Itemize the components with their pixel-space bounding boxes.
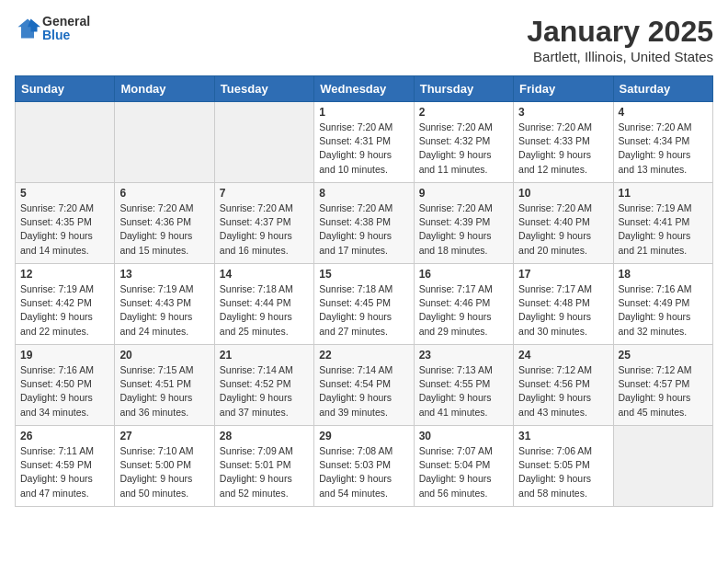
day-info: Sunrise: 7:11 AMSunset: 4:59 PMDaylight:… <box>20 444 109 500</box>
day-info: Sunrise: 7:18 AMSunset: 4:45 PMDaylight:… <box>319 282 408 339</box>
day-number: 12 <box>20 268 109 281</box>
day-info: Sunrise: 7:20 AMSunset: 4:39 PMDaylight:… <box>419 201 508 258</box>
calendar-cell: 28Sunrise: 7:09 AMSunset: 5:01 PMDayligh… <box>214 426 313 507</box>
calendar-cell: 25Sunrise: 7:12 AMSunset: 4:57 PMDayligh… <box>613 345 712 426</box>
calendar-cell <box>214 102 313 183</box>
day-number: 4 <box>619 106 708 119</box>
calendar-cell: 23Sunrise: 7:13 AMSunset: 4:55 PMDayligh… <box>414 345 513 426</box>
calendar-week-row: 12Sunrise: 7:19 AMSunset: 4:42 PMDayligh… <box>16 264 713 345</box>
calendar-cell: 26Sunrise: 7:11 AMSunset: 4:59 PMDayligh… <box>16 426 115 507</box>
weekday-header: Thursday <box>414 76 513 102</box>
day-info: Sunrise: 7:13 AMSunset: 4:55 PMDaylight:… <box>419 363 508 419</box>
day-info: Sunrise: 7:07 AMSunset: 5:04 PMDaylight:… <box>419 444 508 500</box>
day-number: 19 <box>20 349 109 362</box>
calendar-cell: 19Sunrise: 7:16 AMSunset: 4:50 PMDayligh… <box>16 345 115 426</box>
day-info: Sunrise: 7:18 AMSunset: 4:44 PMDaylight:… <box>220 282 309 339</box>
day-info: Sunrise: 7:16 AMSunset: 4:50 PMDaylight:… <box>20 363 109 419</box>
day-info: Sunrise: 7:17 AMSunset: 4:48 PMDaylight:… <box>518 282 608 339</box>
day-number: 2 <box>419 106 508 119</box>
day-number: 23 <box>419 349 508 362</box>
day-number: 9 <box>419 187 508 200</box>
day-number: 8 <box>319 187 408 200</box>
day-number: 11 <box>619 187 708 200</box>
calendar-week-row: 19Sunrise: 7:16 AMSunset: 4:50 PMDayligh… <box>16 345 713 426</box>
day-number: 27 <box>119 430 209 442</box>
day-number: 25 <box>619 349 708 362</box>
day-number: 6 <box>119 187 209 200</box>
calendar-cell: 24Sunrise: 7:12 AMSunset: 4:56 PMDayligh… <box>514 345 613 426</box>
logo: General Blue <box>15 15 90 43</box>
calendar-week-row: 5Sunrise: 7:20 AMSunset: 4:35 PMDaylight… <box>16 183 713 264</box>
logo-text: General Blue <box>42 15 90 43</box>
page-header: General Blue January 2025 Bartlett, Illi… <box>15 15 713 64</box>
day-info: Sunrise: 7:06 AMSunset: 5:05 PMDaylight:… <box>518 444 608 500</box>
calendar-cell <box>613 426 712 507</box>
weekday-header-row: SundayMondayTuesdayWednesdayThursdayFrid… <box>16 76 713 102</box>
day-number: 20 <box>119 349 209 362</box>
calendar-cell: 20Sunrise: 7:15 AMSunset: 4:51 PMDayligh… <box>115 345 214 426</box>
day-info: Sunrise: 7:09 AMSunset: 5:01 PMDaylight:… <box>220 444 309 500</box>
day-info: Sunrise: 7:20 AMSunset: 4:38 PMDaylight:… <box>319 201 408 258</box>
day-info: Sunrise: 7:20 AMSunset: 4:34 PMDaylight:… <box>619 121 708 177</box>
weekday-header: Monday <box>115 76 214 102</box>
day-info: Sunrise: 7:19 AMSunset: 4:41 PMDaylight:… <box>619 201 708 258</box>
calendar-week-row: 1Sunrise: 7:20 AMSunset: 4:31 PMDaylight… <box>16 102 713 183</box>
day-info: Sunrise: 7:15 AMSunset: 4:51 PMDaylight:… <box>119 363 209 419</box>
title-block: January 2025 Bartlett, Illinois, United … <box>527 15 713 64</box>
calendar-cell: 1Sunrise: 7:20 AMSunset: 4:31 PMDaylight… <box>314 102 414 183</box>
day-info: Sunrise: 7:19 AMSunset: 4:43 PMDaylight:… <box>119 282 209 339</box>
day-number: 16 <box>419 268 508 281</box>
calendar-cell: 16Sunrise: 7:17 AMSunset: 4:46 PMDayligh… <box>414 264 513 345</box>
calendar-cell: 10Sunrise: 7:20 AMSunset: 4:40 PMDayligh… <box>514 183 613 264</box>
calendar-cell: 7Sunrise: 7:20 AMSunset: 4:37 PMDaylight… <box>214 183 313 264</box>
day-number: 18 <box>619 268 708 281</box>
calendar-cell: 17Sunrise: 7:17 AMSunset: 4:48 PMDayligh… <box>514 264 613 345</box>
weekday-header: Tuesday <box>214 76 313 102</box>
day-info: Sunrise: 7:14 AMSunset: 4:52 PMDaylight:… <box>220 363 309 419</box>
logo-general: General <box>42 15 90 29</box>
calendar-cell: 8Sunrise: 7:20 AMSunset: 4:38 PMDaylight… <box>314 183 414 264</box>
weekday-header: Saturday <box>613 76 712 102</box>
calendar-cell: 18Sunrise: 7:16 AMSunset: 4:49 PMDayligh… <box>613 264 712 345</box>
day-number: 26 <box>20 430 109 442</box>
day-info: Sunrise: 7:12 AMSunset: 4:56 PMDaylight:… <box>518 363 608 419</box>
day-number: 30 <box>419 430 508 442</box>
day-number: 17 <box>518 268 608 281</box>
weekday-header: Sunday <box>16 76 115 102</box>
calendar-cell: 31Sunrise: 7:06 AMSunset: 5:05 PMDayligh… <box>514 426 613 507</box>
day-info: Sunrise: 7:10 AMSunset: 5:00 PMDaylight:… <box>119 444 209 500</box>
day-info: Sunrise: 7:20 AMSunset: 4:36 PMDaylight:… <box>119 201 209 258</box>
calendar-cell: 6Sunrise: 7:20 AMSunset: 4:36 PMDaylight… <box>115 183 214 264</box>
calendar-cell: 30Sunrise: 7:07 AMSunset: 5:04 PMDayligh… <box>414 426 513 507</box>
day-info: Sunrise: 7:17 AMSunset: 4:46 PMDaylight:… <box>419 282 508 339</box>
weekday-header: Wednesday <box>314 76 414 102</box>
day-number: 24 <box>518 349 608 362</box>
day-number: 21 <box>220 349 309 362</box>
day-info: Sunrise: 7:20 AMSunset: 4:31 PMDaylight:… <box>319 121 408 177</box>
day-info: Sunrise: 7:20 AMSunset: 4:37 PMDaylight:… <box>220 201 309 258</box>
day-number: 13 <box>119 268 209 281</box>
day-info: Sunrise: 7:12 AMSunset: 4:57 PMDaylight:… <box>619 363 708 419</box>
day-info: Sunrise: 7:20 AMSunset: 4:32 PMDaylight:… <box>419 121 508 177</box>
day-number: 29 <box>319 430 408 442</box>
calendar-cell: 22Sunrise: 7:14 AMSunset: 4:54 PMDayligh… <box>314 345 414 426</box>
calendar-cell: 13Sunrise: 7:19 AMSunset: 4:43 PMDayligh… <box>115 264 214 345</box>
day-info: Sunrise: 7:16 AMSunset: 4:49 PMDaylight:… <box>619 282 708 339</box>
day-number: 10 <box>518 187 608 200</box>
calendar-table: SundayMondayTuesdayWednesdayThursdayFrid… <box>15 75 713 507</box>
calendar-cell: 12Sunrise: 7:19 AMSunset: 4:42 PMDayligh… <box>16 264 115 345</box>
calendar-cell: 2Sunrise: 7:20 AMSunset: 4:32 PMDaylight… <box>414 102 513 183</box>
calendar-cell: 5Sunrise: 7:20 AMSunset: 4:35 PMDaylight… <box>16 183 115 264</box>
day-info: Sunrise: 7:20 AMSunset: 4:40 PMDaylight:… <box>518 201 608 258</box>
day-number: 1 <box>319 106 408 119</box>
calendar-cell: 29Sunrise: 7:08 AMSunset: 5:03 PMDayligh… <box>314 426 414 507</box>
day-number: 15 <box>319 268 408 281</box>
calendar-cell: 9Sunrise: 7:20 AMSunset: 4:39 PMDaylight… <box>414 183 513 264</box>
day-number: 5 <box>20 187 109 200</box>
day-number: 28 <box>220 430 309 442</box>
calendar-cell <box>115 102 214 183</box>
calendar-cell: 3Sunrise: 7:20 AMSunset: 4:33 PMDaylight… <box>514 102 613 183</box>
day-info: Sunrise: 7:20 AMSunset: 4:35 PMDaylight:… <box>20 201 109 258</box>
day-info: Sunrise: 7:20 AMSunset: 4:33 PMDaylight:… <box>518 121 608 177</box>
weekday-header: Friday <box>514 76 613 102</box>
